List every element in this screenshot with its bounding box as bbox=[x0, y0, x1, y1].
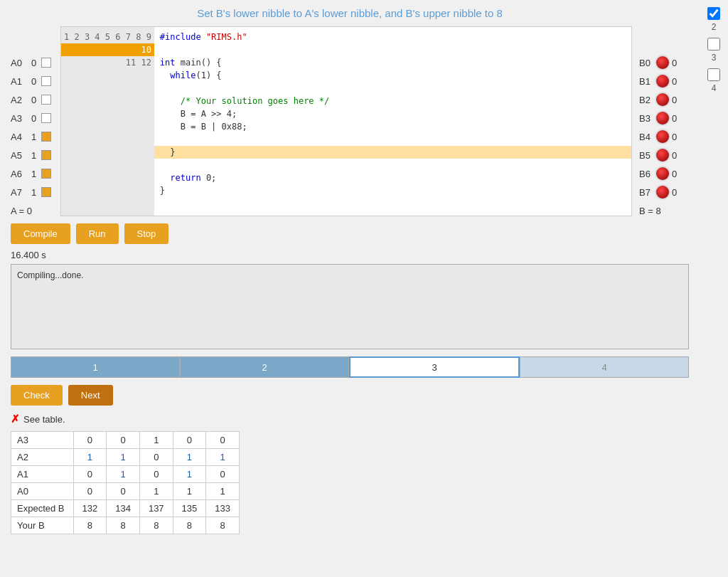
table-cell: 1 bbox=[206, 483, 240, 500]
test-tab-3[interactable]: 3 bbox=[349, 356, 520, 378]
code-content[interactable]: #include "RIMS.h" int main() { while(1) … bbox=[154, 27, 631, 216]
pin-label: A1 bbox=[11, 76, 28, 87]
pin-row-right-b7: B7 0 bbox=[639, 184, 689, 200]
pin-checkbox[interactable] bbox=[41, 113, 51, 123]
table-row: A101010 bbox=[11, 466, 240, 483]
table-cell: 0 bbox=[139, 466, 173, 483]
pin-checkbox[interactable] bbox=[41, 150, 51, 160]
pin-row-right-b3: B3 0 bbox=[639, 110, 689, 126]
pin-label: A2 bbox=[11, 95, 28, 105]
pin-row-right-b0: B0 0 bbox=[639, 55, 689, 70]
pin-label: A0 bbox=[11, 58, 28, 68]
pin-label-right: B2 bbox=[639, 95, 653, 105]
pin-label: A4 bbox=[11, 132, 28, 142]
pin-checkbox[interactable] bbox=[41, 187, 51, 197]
sidebar-checkbox-4[interactable] bbox=[707, 68, 720, 81]
led-b6 bbox=[656, 167, 669, 180]
table-cell: 8 bbox=[173, 517, 206, 534]
pin-value: 0 bbox=[31, 58, 38, 68]
b-total: B = 8 bbox=[639, 206, 689, 216]
stop-button[interactable]: Stop bbox=[124, 223, 169, 244]
table-cell: 0 bbox=[73, 466, 107, 483]
table-cell: 1 bbox=[107, 449, 140, 466]
table-cell: 135 bbox=[173, 500, 206, 517]
pin-row-a2: A2 0 bbox=[11, 92, 53, 107]
pin-checkbox[interactable] bbox=[41, 169, 51, 179]
pin-value: 1 bbox=[31, 169, 38, 179]
test-tab-4[interactable]: 4 bbox=[520, 356, 689, 378]
sidebar-checkbox-2[interactable] bbox=[707, 7, 720, 20]
led-b4 bbox=[656, 130, 669, 143]
next-button[interactable]: Next bbox=[68, 385, 113, 406]
test-tab-2[interactable]: 2 bbox=[180, 356, 349, 378]
pin-checkbox[interactable] bbox=[41, 76, 51, 86]
pin-value-right: 0 bbox=[672, 76, 677, 87]
table-cell: 1 bbox=[139, 432, 173, 449]
pin-row-right-b6: B6 0 bbox=[639, 166, 689, 181]
output-area: Compiling...done. bbox=[11, 264, 689, 349]
table-cell: 0 bbox=[73, 483, 107, 500]
table-cell: 1 bbox=[107, 466, 140, 483]
pin-label-right: B3 bbox=[639, 113, 653, 124]
table-cell: 8 bbox=[206, 517, 240, 534]
pin-label: A6 bbox=[11, 169, 28, 179]
pin-value: 0 bbox=[31, 76, 38, 87]
pin-label-right: B7 bbox=[639, 187, 653, 198]
pin-label-right: B1 bbox=[639, 76, 653, 87]
table-cell: 134 bbox=[107, 500, 140, 517]
check-button[interactable]: Check bbox=[11, 385, 63, 406]
pin-row-a5: A5 1 bbox=[11, 147, 53, 163]
test-tab-1[interactable]: 1 bbox=[11, 356, 180, 378]
table-cell: 1 bbox=[173, 466, 206, 483]
pin-row-a7: A7 1 bbox=[11, 184, 53, 200]
sidebar-num-2: 2 bbox=[712, 22, 717, 32]
sidebar-item-3[interactable]: 3 bbox=[707, 38, 720, 63]
table-cell: 1 bbox=[206, 449, 240, 466]
pin-value-right: 0 bbox=[672, 113, 677, 124]
table-row: Your B88888 bbox=[11, 517, 240, 534]
pin-label-right: B4 bbox=[639, 132, 653, 142]
check-next-row: Check Next bbox=[11, 385, 689, 406]
sidebar-item-4[interactable]: 4 bbox=[707, 68, 720, 93]
table-cell: 0 bbox=[173, 432, 206, 449]
pin-row-right-b5: B5 0 bbox=[639, 147, 689, 163]
sidebar-checkbox-3[interactable] bbox=[707, 38, 720, 51]
compile-button[interactable]: Compile bbox=[11, 223, 70, 244]
pin-value: 1 bbox=[31, 132, 38, 142]
a-total: A = 0 bbox=[11, 206, 53, 216]
table-row-label: A3 bbox=[11, 432, 74, 449]
pin-label: A7 bbox=[11, 187, 28, 198]
pin-row-a4: A4 1 bbox=[11, 129, 53, 144]
run-button[interactable]: Run bbox=[76, 223, 119, 244]
pin-checkbox[interactable] bbox=[41, 58, 51, 68]
pin-label: A3 bbox=[11, 113, 28, 124]
error-icon: ✗ bbox=[11, 413, 20, 425]
pin-checkbox[interactable] bbox=[41, 95, 51, 105]
pin-value-right: 0 bbox=[672, 132, 677, 142]
pin-value-right: 0 bbox=[672, 95, 677, 105]
led-b7 bbox=[656, 186, 669, 198]
table-cell: 8 bbox=[107, 517, 140, 534]
table-cell: 137 bbox=[139, 500, 173, 517]
table-cell: 8 bbox=[73, 517, 107, 534]
line-numbers: 1 2 3 4 5 6 7 8 9 10 11 12 bbox=[61, 27, 154, 216]
pin-value-right: 0 bbox=[672, 187, 677, 198]
pin-row-a3: A3 0 bbox=[11, 110, 53, 126]
pin-value: 1 bbox=[31, 187, 38, 198]
table-cell: 0 bbox=[139, 449, 173, 466]
table-row-label: A0 bbox=[11, 483, 74, 500]
pin-row-a0: A0 0 bbox=[11, 55, 53, 70]
sidebar-item-2[interactable]: 2 bbox=[707, 7, 720, 32]
test-tabs: 1234 bbox=[11, 356, 689, 378]
pin-checkbox[interactable] bbox=[41, 132, 51, 142]
led-b3 bbox=[656, 112, 669, 125]
sidebar-num-3: 3 bbox=[712, 53, 717, 63]
pin-value: 0 bbox=[31, 95, 38, 105]
table-cell: 0 bbox=[107, 483, 140, 500]
code-editor[interactable]: 1 2 3 4 5 6 7 8 9 10 11 12 #include "RIM… bbox=[60, 26, 632, 216]
pin-value: 1 bbox=[31, 150, 38, 161]
pin-label-right: B5 bbox=[639, 150, 653, 161]
table-cell: 1 bbox=[173, 449, 206, 466]
pin-row-a1: A1 0 bbox=[11, 73, 53, 89]
table-row-label: A1 bbox=[11, 466, 74, 483]
